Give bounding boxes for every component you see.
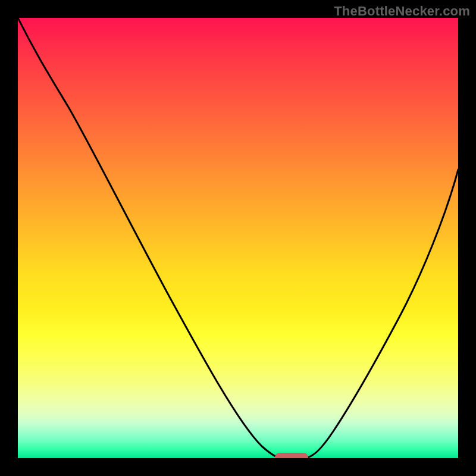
watermark: TheBottleNecker.com xyxy=(334,4,470,19)
curve-right xyxy=(303,170,458,458)
curve-left xyxy=(18,18,283,458)
plot-area xyxy=(18,18,458,458)
chart-container: TheBottleNecker.com xyxy=(0,0,476,476)
bottleneck-curve xyxy=(18,18,458,458)
optimal-marker xyxy=(275,453,308,458)
